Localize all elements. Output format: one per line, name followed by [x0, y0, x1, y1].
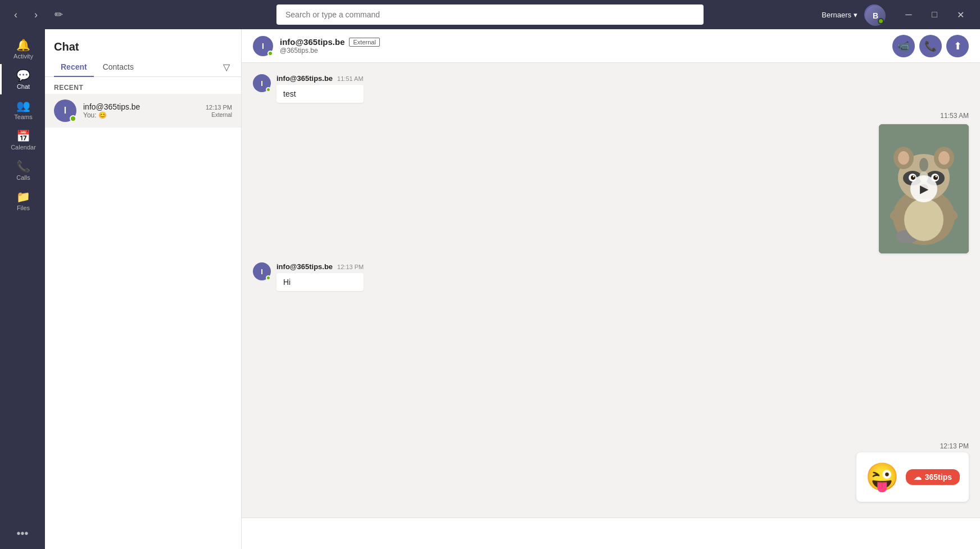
sidebar-item-label-activity: Activity	[13, 53, 33, 60]
sidebar-item-activity[interactable]: 🔔 Activity	[0, 34, 45, 64]
message-meta: info@365tips.be 12:13 PM	[276, 262, 364, 271]
sidebar-item-calls[interactable]: 📞 Calls	[0, 155, 45, 185]
play-button[interactable]: ▶	[910, 175, 937, 202]
sidebar-item-chat[interactable]: 💬 Chat	[0, 64, 45, 94]
titlebar-right: Bernaers ▾ B ─ □ ✕	[822, 4, 973, 25]
tab-recent[interactable]: Recent	[54, 58, 94, 77]
close-button[interactable]: ✕	[947, 6, 973, 24]
video-message-container: 11:53 AM	[253, 112, 969, 253]
sidebar-item-label-chat: Chat	[17, 83, 30, 90]
messages-spacer	[253, 300, 969, 433]
emoji-timestamp: 12:13 PM	[940, 442, 969, 450]
activity-icon: 🔔	[16, 39, 30, 51]
share-screen-button[interactable]: ⬆	[946, 35, 969, 57]
sidebar-item-teams[interactable]: 👥 Teams	[0, 94, 45, 125]
list-item[interactable]: I info@365tips.be You: 😊 12:13 PM Extern…	[45, 94, 241, 128]
message-bubble: Hi	[276, 273, 364, 291]
online-status-indicator	[70, 115, 76, 122]
share-icon: ⬆	[954, 40, 962, 52]
emoji-message-container: 12:13 PM 😜 ☁ 365tips	[253, 442, 969, 506]
messages-area: I info@365tips.be 11:51 AM test 11:53 AM	[242, 63, 980, 518]
contact-full-name: info@365tips.be External	[280, 37, 886, 47]
nav-controls: ‹ ›	[7, 6, 45, 24]
user-profile[interactable]: Bernaers ▾	[822, 11, 858, 19]
svg-point-15	[936, 176, 937, 178]
message-content: info@365tips.be 12:13 PM Hi	[276, 262, 364, 291]
svg-point-14	[913, 176, 915, 178]
video-timestamp: 11:53 AM	[940, 112, 969, 120]
calendar-icon: 📅	[16, 130, 30, 142]
emoji-icon: 😜	[865, 461, 899, 493]
files-icon: 📁	[16, 191, 30, 202]
forward-button[interactable]: ›	[27, 6, 45, 24]
chat-tabs: Recent Contacts ▽	[45, 58, 241, 77]
video-call-button[interactable]: 📹	[892, 35, 915, 57]
audio-call-button[interactable]: 📞	[919, 35, 942, 57]
chevron-down-icon: ▾	[854, 11, 858, 19]
svg-point-6	[938, 151, 950, 165]
svg-point-17	[919, 158, 928, 171]
sidebar-item-label-calls: Calls	[16, 174, 30, 181]
chat-item-info: info@365tips.be You: 😊	[83, 102, 199, 119]
header-actions: 📹 📞 ⬆	[892, 35, 969, 57]
message-meta: info@365tips.be 11:51 AM	[276, 74, 364, 83]
content-header: I info@365tips.be External @365tips.be 📹…	[242, 29, 980, 63]
sidebar: 🔔 Activity 💬 Chat 👥 Teams 📅 Calendar 📞 C…	[0, 29, 45, 549]
chat-panel-title: Chat	[54, 40, 79, 53]
message-time: 12:13 PM	[206, 104, 232, 111]
message-text: Hi	[283, 278, 291, 287]
emoji-card: 😜 ☁ 365tips	[856, 452, 969, 502]
avatar[interactable]: B	[864, 4, 884, 25]
sidebar-item-label-files: Files	[17, 205, 30, 211]
video-card[interactable]: ▶	[879, 124, 969, 253]
phone-icon: 📞	[924, 40, 937, 52]
brand-badge: ☁ 365tips	[906, 469, 960, 485]
external-badge: External	[349, 38, 379, 47]
main-layout: 🔔 Activity 💬 Chat 👥 Teams 📅 Calendar 📞 C…	[0, 29, 980, 549]
content-area: I info@365tips.be External @365tips.be 📹…	[242, 29, 980, 549]
brand-text: 365tips	[925, 473, 952, 482]
teams-icon: 👥	[16, 100, 30, 111]
svg-point-21	[904, 198, 943, 241]
message-content: info@365tips.be 11:51 AM test	[276, 74, 364, 103]
window-controls: ─ □ ✕	[896, 6, 973, 24]
message-preview: You: 😊	[83, 111, 199, 119]
avatar: I	[54, 99, 76, 122]
avatar-status-indicator	[878, 18, 884, 24]
maximize-button[interactable]: □	[922, 6, 947, 24]
message-row: I info@365tips.be 12:13 PM Hi	[253, 262, 969, 291]
search-input[interactable]	[276, 4, 704, 25]
contact-status-indicator	[267, 51, 273, 56]
sidebar-item-label-calendar: Calendar	[11, 144, 36, 151]
sidebar-more-button[interactable]: •••	[0, 521, 45, 545]
contact-name: info@365tips.be	[83, 102, 199, 111]
recent-section-label: Recent	[45, 77, 241, 94]
video-call-icon: 📹	[897, 40, 910, 52]
chat-icon: 💬	[16, 70, 30, 81]
chat-item-meta: 12:13 PM External	[206, 104, 232, 118]
filter-button[interactable]: ▽	[221, 60, 232, 75]
chat-panel-header: Chat	[45, 29, 241, 58]
sidebar-item-label-teams: Teams	[14, 114, 32, 120]
tab-contacts[interactable]: Contacts	[96, 58, 140, 77]
chat-panel: Chat Recent Contacts ▽ Recent I info@365…	[45, 29, 242, 549]
contact-handle: @365tips.be	[280, 47, 886, 55]
message-time: 11:51 AM	[337, 75, 363, 82]
message-text: test	[283, 89, 296, 98]
contact-header-info: info@365tips.be External @365tips.be	[280, 37, 886, 55]
sidebar-item-files[interactable]: 📁 Files	[0, 185, 45, 216]
compose-button[interactable]: ✏	[49, 6, 67, 24]
external-label: External	[211, 112, 232, 118]
sender-status-indicator	[266, 275, 271, 280]
avatar: I	[253, 262, 271, 280]
message-sender: info@365tips.be	[276, 262, 333, 271]
message-bubble: test	[276, 85, 364, 103]
back-button[interactable]: ‹	[7, 6, 25, 24]
avatar: I	[253, 74, 271, 92]
minimize-button[interactable]: ─	[896, 6, 922, 24]
sidebar-item-calendar[interactable]: 📅 Calendar	[0, 125, 45, 155]
user-name-label: Bernaers	[822, 11, 851, 19]
filter-icon: ▽	[223, 62, 230, 72]
sender-status-indicator	[266, 87, 271, 92]
message-row: I info@365tips.be 11:51 AM test	[253, 74, 969, 103]
